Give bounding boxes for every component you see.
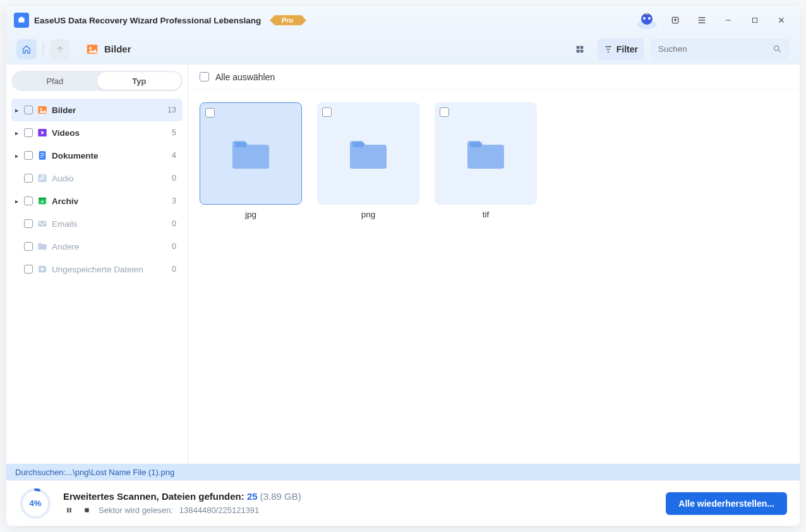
item-label: Andere [52, 242, 80, 251]
item-checkbox[interactable] [24, 265, 33, 274]
item-checkbox[interactable] [24, 128, 33, 137]
pause-button[interactable] [63, 504, 75, 516]
sidebar: Pfad Typ ▸ Bilder 13▸ Videos 5▸ Dokument… [6, 64, 188, 464]
sidebar-item-audio[interactable]: Audio 0 [11, 167, 183, 190]
sidebar-item-emails[interactable]: Emails 0 [11, 212, 183, 235]
grid-view-button[interactable] [568, 39, 591, 60]
close-button[interactable] [771, 11, 792, 29]
share-button[interactable] [665, 11, 686, 29]
item-label: Ungespeicherte Dateien [52, 265, 143, 274]
sidebar-item-dokumente[interactable]: ▸ Dokumente 4 [11, 144, 183, 167]
svg-marker-8 [646, 12, 648, 15]
folder-name: png [361, 210, 376, 219]
archive-icon [37, 195, 48, 207]
folder-card-jpg[interactable]: jpg [200, 102, 302, 219]
search-input[interactable] [658, 44, 767, 54]
restore-all-button[interactable]: Alle wiederherstellen... [666, 492, 787, 515]
item-checkbox[interactable] [24, 151, 33, 160]
filter-button[interactable]: Filter [598, 39, 644, 60]
item-checkbox[interactable] [24, 242, 33, 251]
tab-type[interactable]: Typ [97, 72, 182, 90]
item-label: Emails [52, 219, 78, 229]
expand-arrow-icon[interactable]: ▸ [13, 152, 20, 159]
expand-arrow-icon[interactable]: ▸ [13, 130, 20, 136]
svg-point-26 [40, 108, 42, 110]
select-all-checkbox[interactable] [200, 72, 209, 82]
pro-badge: Pro [270, 14, 306, 27]
item-count: 3 [172, 196, 179, 205]
folder-checkbox[interactable] [440, 107, 449, 117]
svg-point-18 [89, 47, 92, 49]
svg-rect-21 [576, 49, 579, 52]
item-label: Videos [52, 128, 80, 138]
folder-checkbox[interactable] [322, 107, 332, 117]
svg-rect-1 [20, 17, 23, 18]
folder-thumb [317, 102, 419, 205]
stop-button[interactable] [81, 504, 92, 516]
svg-point-5 [641, 13, 653, 25]
item-checkbox[interactable] [24, 106, 33, 114]
folder-name: jpg [245, 210, 256, 219]
folder-name: tif [483, 210, 490, 219]
svg-text:Pro: Pro [282, 16, 294, 24]
svg-rect-46 [69, 507, 71, 512]
maximize-button[interactable] [744, 11, 766, 29]
folder-grid: jpg png tif [188, 90, 800, 464]
item-checkbox[interactable] [24, 219, 33, 228]
unsaved-icon [37, 263, 48, 275]
minimize-button[interactable] [718, 11, 739, 29]
folder-icon [464, 136, 508, 171]
item-checkbox[interactable] [24, 196, 33, 205]
folder-card-png[interactable]: png [317, 102, 419, 219]
folder-card-tif[interactable]: tif [435, 102, 537, 219]
tab-path[interactable]: Pfad [13, 72, 97, 90]
image-icon [85, 42, 99, 56]
progress-percent: 4% [19, 487, 52, 520]
svg-point-6 [643, 17, 646, 20]
search-icon [773, 44, 782, 54]
sidebar-item-andere[interactable]: Andere 0 [11, 235, 183, 258]
item-count: 13 [167, 106, 179, 114]
item-count: 0 [172, 174, 179, 183]
search-box[interactable] [651, 39, 790, 60]
expand-arrow-icon[interactable]: ▸ [13, 107, 20, 114]
item-count: 0 [172, 242, 179, 251]
category-tree: ▸ Bilder 13▸ Videos 5▸ Dokumente 4 Audio… [11, 99, 183, 281]
sidebar-item-bilder[interactable]: ▸ Bilder 13 [11, 99, 183, 121]
toolbar: Bilder Filter [6, 34, 800, 64]
folder-checkbox[interactable] [205, 108, 215, 118]
sector-label: Sektor wird gelesen: [99, 505, 173, 515]
up-button[interactable] [50, 39, 70, 59]
app-icon [14, 13, 29, 28]
sidebar-item-ungespeicherte dateien[interactable]: Ungespeicherte Dateien 0 [11, 258, 183, 281]
folder-thumb [435, 102, 537, 205]
item-count: 0 [172, 219, 179, 228]
svg-point-39 [41, 268, 44, 271]
item-count: 5 [172, 128, 179, 137]
svg-line-24 [778, 50, 780, 52]
app-window: EaseUS Data Recovery Wizard Professional… [6, 6, 800, 526]
user-avatar[interactable] [634, 11, 659, 30]
image-icon [37, 104, 48, 116]
svg-rect-35 [39, 198, 46, 200]
folder-icon [37, 241, 48, 252]
svg-rect-22 [580, 49, 583, 52]
sector-value: 13844480/225121391 [179, 505, 260, 515]
main-panel: Alle auswählen jpg png tif [188, 64, 800, 464]
footer: 4% Erweitertes Scannen, Dateien gefunden… [6, 480, 800, 526]
svg-rect-45 [67, 507, 68, 512]
audio-icon [37, 172, 48, 184]
sidebar-item-archiv[interactable]: ▸ Archiv 3 [11, 190, 183, 212]
svg-rect-20 [580, 45, 583, 49]
select-all-row: Alle auswählen [188, 64, 800, 90]
sidebar-item-videos[interactable]: ▸ Videos 5 [11, 121, 183, 144]
select-all-label: Alle auswählen [215, 72, 275, 82]
app-title: EaseUS Data Recovery Wizard Professional… [34, 16, 261, 25]
folder-thumb [200, 102, 302, 205]
expand-arrow-icon[interactable]: ▸ [13, 198, 20, 205]
home-button[interactable] [16, 39, 37, 59]
item-checkbox[interactable] [24, 174, 33, 183]
menu-button[interactable] [691, 11, 713, 29]
status-path: ...\png\Lost Name File (1).png [66, 468, 174, 477]
video-icon [37, 127, 48, 138]
